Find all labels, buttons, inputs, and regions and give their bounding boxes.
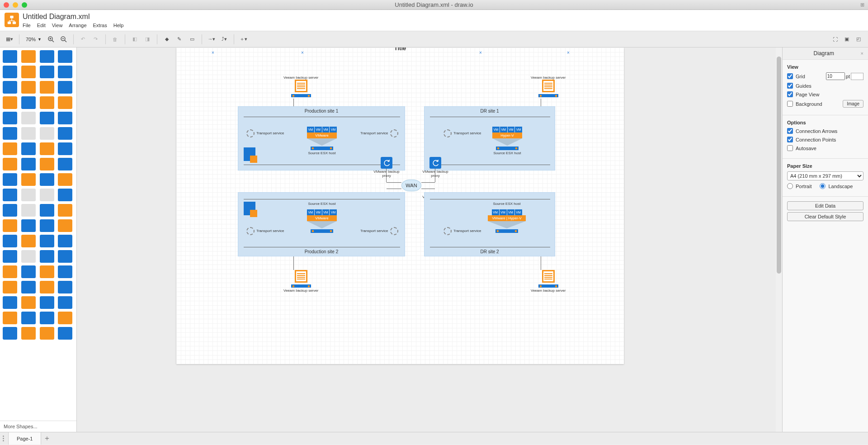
- fill-color-button[interactable]: ◆: [161, 33, 173, 45]
- canvas-scrollbar[interactable]: [776, 47, 782, 432]
- shape-item[interactable]: [3, 296, 17, 309]
- grid-checkbox[interactable]: [787, 73, 793, 79]
- shape-item[interactable]: [40, 189, 54, 201]
- conn-points-checkbox[interactable]: [787, 137, 793, 142]
- menu-view[interactable]: View: [52, 23, 63, 28]
- menu-file[interactable]: File: [23, 23, 31, 28]
- edit-data-button[interactable]: Edit Data: [787, 201, 863, 210]
- shape-item[interactable]: [58, 250, 72, 263]
- shape-item[interactable]: [3, 204, 17, 217]
- background-checkbox[interactable]: [787, 101, 793, 107]
- shape-item[interactable]: [21, 173, 36, 186]
- shadow-button[interactable]: ▭: [186, 33, 198, 45]
- shape-item[interactable]: [58, 158, 72, 170]
- grid-size-input[interactable]: [826, 72, 845, 80]
- shape-item[interactable]: [40, 173, 54, 186]
- more-shapes-button[interactable]: More Shapes...: [0, 421, 76, 432]
- shape-item[interactable]: [58, 96, 72, 109]
- shape-item[interactable]: [58, 173, 72, 186]
- shape-item[interactable]: [21, 158, 36, 170]
- transport-service[interactable]: Transport service: [246, 129, 284, 137]
- diagram-title[interactable]: Title: [394, 47, 406, 52]
- shape-item[interactable]: [21, 112, 36, 124]
- transport-service[interactable]: Transport service: [443, 129, 481, 137]
- menu-arrange[interactable]: Arrange: [69, 23, 86, 28]
- shape-item[interactable]: [40, 81, 54, 94]
- shape-item[interactable]: [3, 81, 17, 94]
- shape-item[interactable]: [3, 173, 17, 186]
- drawing-page[interactable]: Title Veeam backup server Veeam backup s…: [176, 47, 624, 364]
- shape-item[interactable]: [58, 235, 72, 247]
- shape-item[interactable]: [40, 204, 54, 217]
- shape-item[interactable]: [3, 235, 17, 247]
- outline-button[interactable]: ◰: [853, 33, 864, 45]
- shape-item[interactable]: [40, 112, 54, 124]
- add-page-button[interactable]: ＋: [41, 432, 53, 445]
- shape-item[interactable]: [21, 281, 36, 294]
- shape-item[interactable]: [58, 50, 72, 63]
- datastore-icon[interactable]: [244, 147, 255, 161]
- shape-item[interactable]: [3, 158, 17, 170]
- shape-item[interactable]: [21, 265, 36, 278]
- shape-item[interactable]: [58, 127, 72, 140]
- undo-button[interactable]: ↶: [77, 33, 89, 45]
- shape-item[interactable]: [40, 296, 54, 309]
- shape-item[interactable]: [3, 112, 17, 124]
- shape-item[interactable]: [21, 250, 36, 263]
- shape-item[interactable]: [58, 142, 72, 155]
- shape-item[interactable]: [58, 281, 72, 294]
- guides-checkbox[interactable]: [787, 83, 793, 89]
- shape-item[interactable]: [58, 66, 72, 78]
- menu-help[interactable]: Help: [113, 23, 124, 28]
- paper-size-select[interactable]: A4 (210 mm x 297 mm): [787, 171, 863, 180]
- shape-item[interactable]: [3, 265, 17, 278]
- shape-item[interactable]: [21, 127, 36, 140]
- shape-item[interactable]: [40, 281, 54, 294]
- canvas[interactable]: Title Veeam backup server Veeam backup s…: [77, 47, 782, 432]
- to-front-button[interactable]: ◧: [129, 33, 141, 45]
- connection-button[interactable]: →▾: [206, 33, 217, 45]
- shape-item[interactable]: [3, 189, 17, 201]
- grid-color-swatch[interactable]: [851, 73, 863, 80]
- zoom-level[interactable]: 70% ▼: [23, 37, 44, 42]
- waypoint-button[interactable]: ⤴▾: [218, 33, 230, 45]
- shape-item[interactable]: [3, 96, 17, 109]
- shape-item[interactable]: [21, 81, 36, 94]
- conn-arrows-checkbox[interactable]: [787, 128, 793, 134]
- site-prod1[interactable]: Production site 1 Transport service Tran…: [238, 106, 405, 170]
- shape-item[interactable]: [40, 66, 54, 78]
- shape-item[interactable]: [21, 142, 36, 155]
- shape-item[interactable]: [21, 219, 36, 232]
- wan-cloud[interactable]: WAN: [401, 180, 421, 191]
- shape-item[interactable]: [21, 235, 36, 247]
- shape-item[interactable]: [40, 50, 54, 63]
- shape-item[interactable]: [3, 66, 17, 78]
- shape-item[interactable]: [3, 312, 17, 324]
- shape-item[interactable]: [21, 50, 36, 63]
- shape-item[interactable]: [21, 204, 36, 217]
- zoom-in-button[interactable]: [45, 33, 57, 45]
- shape-item[interactable]: [40, 142, 54, 155]
- line-color-button[interactable]: ✎: [174, 33, 185, 45]
- shape-item[interactable]: [40, 219, 54, 232]
- shape-item[interactable]: [58, 327, 72, 340]
- shape-item[interactable]: [3, 50, 17, 63]
- shape-item[interactable]: [40, 250, 54, 263]
- format-panel-button[interactable]: ▣: [841, 33, 853, 45]
- clear-style-button[interactable]: Clear Default Style: [787, 212, 863, 221]
- shape-item[interactable]: [3, 127, 17, 140]
- delete-button[interactable]: 🗑: [109, 33, 121, 45]
- shape-item[interactable]: [40, 158, 54, 170]
- veeam-server-dr2[interactable]: Veeam backup server: [531, 270, 566, 293]
- shape-item[interactable]: [40, 312, 54, 324]
- shape-item[interactable]: [40, 327, 54, 340]
- shape-item[interactable]: [21, 66, 36, 78]
- shape-item[interactable]: [58, 296, 72, 309]
- menu-extras[interactable]: Extras: [93, 23, 107, 28]
- shape-item[interactable]: [58, 265, 72, 278]
- shape-item[interactable]: [40, 235, 54, 247]
- autosave-checkbox[interactable]: [787, 145, 793, 151]
- shape-item[interactable]: [3, 327, 17, 340]
- document-title[interactable]: Untitled Diagram.xml: [23, 13, 863, 21]
- shape-item[interactable]: [21, 96, 36, 109]
